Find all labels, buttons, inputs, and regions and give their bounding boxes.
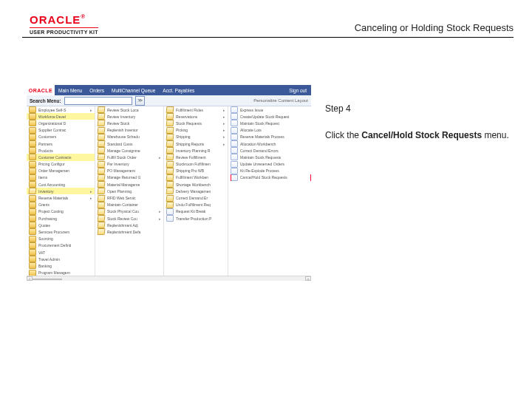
menu-item[interactable]: Express Issue (228, 106, 311, 113)
instruction-prefix: Click the (325, 130, 361, 140)
scroll-left-button[interactable]: ‹ (27, 276, 33, 281)
menu-item[interactable]: Reserve Materials Process (228, 134, 311, 140)
menu-item[interactable]: Products (27, 147, 95, 154)
menu-item[interactable]: Replenishment Defa (95, 228, 163, 235)
menu-item[interactable]: VAT (27, 249, 95, 256)
menu-item[interactable]: Shortage Workbench (164, 181, 228, 188)
personalize-label[interactable]: Personalize Content Layout (253, 98, 308, 103)
folder-icon (29, 127, 36, 134)
menu-item[interactable]: Manage Returned G (95, 174, 163, 181)
menu-item[interactable]: Review Stock (95, 120, 163, 126)
menu-item[interactable]: Correct Demand Errors (228, 147, 311, 154)
menu-item[interactable]: Sourcing (27, 236, 95, 242)
menu-item[interactable]: Pricing Configur (27, 161, 95, 168)
menu-item[interactable]: Review Inventory (95, 113, 163, 120)
menu-item[interactable]: Stock Physical Cou▸ (95, 208, 163, 215)
horizontal-scrollbar[interactable]: ‹ › (27, 276, 311, 281)
menu-item-label: Shortage Workbench (176, 183, 211, 187)
menu-item[interactable]: Picking▸ (164, 127, 228, 134)
menu-item[interactable]: Inventory▸ (27, 188, 95, 194)
menu-item[interactable]: Stockroom Fulfillmen (164, 161, 228, 168)
menu-item[interactable]: Transfer Production P (164, 215, 228, 222)
menu-item[interactable]: Shipping▸ (164, 134, 228, 140)
menu-item[interactable]: Employee Self-S▸ (27, 106, 95, 113)
menu-item[interactable]: Correct Demand Er (164, 194, 228, 201)
menu-item[interactable]: Allocation Workbench (228, 140, 311, 147)
menu-item[interactable]: Delivery Managemen (164, 188, 228, 194)
menu-col-1: Employee Self-S▸Workforce DevelOrganizat… (27, 106, 95, 277)
menu-item-label: Pricing Configur (38, 162, 65, 166)
menu-item[interactable]: Review Stock Loca (95, 106, 163, 113)
menu-item[interactable]: Request Kit Break (164, 208, 228, 215)
menu-item[interactable]: Shipping Reports▸ (164, 140, 228, 147)
menu-item[interactable]: Maintain Stock Requests (228, 154, 311, 160)
menu-item[interactable]: Open Planning (95, 188, 163, 194)
menu-item[interactable]: Update Unreserved Orders (228, 161, 311, 168)
menu-item[interactable]: Travel Admin (27, 256, 95, 262)
menu-item[interactable]: Reserve Materials▸ (27, 194, 95, 201)
menu-item[interactable]: Review Fulfillment (164, 154, 228, 160)
menu-item[interactable]: Fulfill Stock Order▸ (95, 154, 163, 160)
menu-item[interactable]: Kit Re-Explode Process (228, 168, 311, 174)
menu-item[interactable]: Customers (27, 134, 95, 140)
menu-item-label: Reservations (176, 115, 197, 119)
menu-item[interactable]: Procurement Definit (27, 242, 95, 249)
menu-item[interactable]: Undo Fulfillment Req (164, 202, 228, 208)
menu-item[interactable]: Grants (27, 202, 95, 208)
search-go-button[interactable]: ≫ (135, 96, 145, 106)
menu-item[interactable]: Par Inventory (95, 161, 163, 168)
menu-item[interactable]: Fulfillment Workben (164, 174, 228, 181)
menu-item[interactable]: Quotes (27, 222, 95, 228)
menu-item[interactable]: Purchasing (27, 215, 95, 222)
menu-item[interactable]: Fulfillment Rules▸ (164, 106, 228, 113)
menu-item[interactable]: Customer Contracts (27, 154, 95, 160)
menu-item[interactable]: Shipping Pro WB (164, 168, 228, 174)
folder-open-icon (166, 168, 174, 174)
document-icon (231, 127, 238, 134)
menu-item[interactable]: Replenishment Adj (95, 222, 163, 228)
menu-item[interactable]: Material Manageme (95, 181, 163, 188)
menu-item[interactable]: Banking (27, 262, 95, 269)
menu-item[interactable]: Inventory Planning R (164, 147, 228, 154)
menu-item[interactable]: Cancel/Hold Stock Requests (228, 174, 311, 181)
scroll-thumb[interactable] (33, 279, 62, 280)
menu-item[interactable]: Supplier Contrac (27, 127, 95, 134)
menu-columns: Employee Self-S▸Workforce DevelOrganizat… (27, 106, 311, 277)
chevron-right-icon: ▸ (223, 108, 225, 112)
logo-reg: ® (81, 13, 86, 20)
menu-item[interactable]: Warehouse Schedu (95, 134, 163, 140)
menu-item[interactable]: Cost Accounting (27, 181, 95, 188)
menu-item[interactable]: Stock Requests▸ (164, 120, 228, 126)
menu-item[interactable]: RFID Web Servic (95, 194, 163, 201)
menu-item[interactable]: Stock Review Cou▸ (95, 215, 163, 222)
menu-item[interactable]: Organizational D (27, 120, 95, 126)
nav-item[interactable]: MultiChannel Queue (112, 88, 155, 93)
menu-item[interactable]: Partners (27, 140, 95, 147)
menu-item[interactable]: Manage Consignme (95, 147, 163, 154)
nav-signout[interactable]: Sign out (289, 88, 307, 93)
document-icon (231, 113, 238, 120)
menu-item[interactable]: Replenish Inventor (95, 127, 163, 134)
menu-item[interactable]: Order Managemen (27, 168, 95, 174)
folder-open-icon (166, 113, 174, 120)
menu-item[interactable]: Project Costing (27, 208, 95, 215)
nav-item[interactable]: Acct. Payables (163, 88, 194, 93)
menu-item[interactable]: Maintain Stock Request (228, 120, 311, 126)
folder-icon (29, 174, 36, 181)
menu-item[interactable]: Maintain Container (95, 202, 163, 208)
nav-main[interactable]: Main Menu (58, 88, 82, 93)
menu-item[interactable]: PO Management (95, 168, 163, 174)
menu-item[interactable]: Create/Update Stock Request (228, 113, 311, 120)
scroll-right-button[interactable]: › (305, 276, 311, 281)
menu-item-label: Stock Physical Cou (107, 209, 139, 214)
nav-item[interactable]: Orders (89, 88, 104, 93)
menu-item[interactable]: Items (27, 174, 95, 181)
menu-item-label: Program Managem (38, 270, 70, 275)
menu-item[interactable]: Allocate Lots (228, 127, 311, 134)
menu-item[interactable]: Standard Costs (95, 140, 163, 147)
search-input[interactable] (64, 97, 132, 105)
folder-icon (29, 168, 36, 174)
menu-item[interactable]: Services Procurem (27, 228, 95, 235)
menu-item[interactable]: Workforce Devel (27, 113, 95, 120)
menu-item[interactable]: Reservations▸ (164, 113, 228, 120)
